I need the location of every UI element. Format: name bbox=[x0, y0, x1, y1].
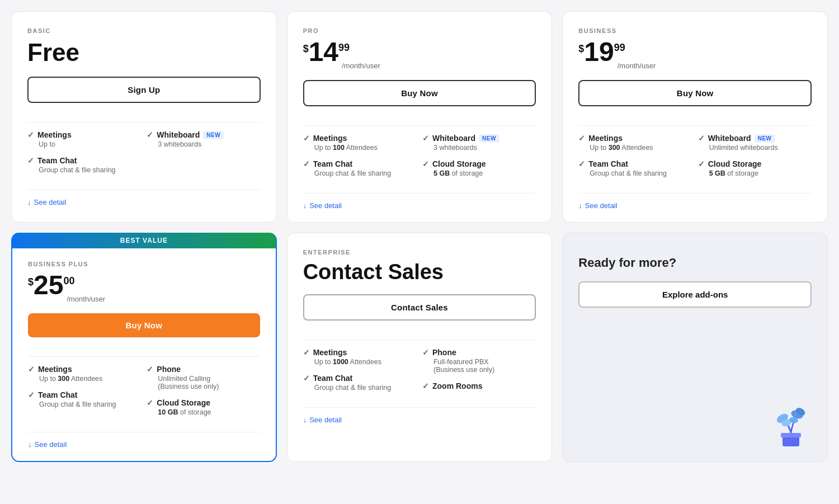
cta-button[interactable]: Contact Sales bbox=[303, 294, 536, 321]
price-per: /month/user bbox=[67, 295, 105, 303]
plan-label: BUSINESS bbox=[578, 27, 812, 34]
arrow-down-icon: ↓ bbox=[578, 201, 582, 210]
addon-cta-button[interactable]: Explore add-ons bbox=[578, 281, 812, 308]
feature-item: ✓ Whiteboard NEW Unlimited whiteboards bbox=[698, 134, 812, 152]
feature-name: Phone bbox=[432, 348, 456, 357]
addon-card: Ready for more? Explore add-ons bbox=[562, 233, 828, 462]
check-icon: ✓ bbox=[303, 159, 310, 168]
features-grid: ✓ Meetings Up to 1000 Attendees ✓ Team C… bbox=[303, 348, 536, 399]
plan-label: BUSINESS PLUS bbox=[28, 261, 260, 267]
new-badge: NEW bbox=[479, 134, 499, 143]
feature-title: ✓ Cloud Storage bbox=[147, 398, 260, 407]
check-icon: ✓ bbox=[147, 365, 153, 374]
feature-item: ✓ Team Chat Group chat & file sharing bbox=[28, 390, 141, 408]
features-col-left: ✓ Meetings Up to 300 Attendees ✓ Team Ch… bbox=[578, 134, 692, 185]
feature-title: ✓ Phone bbox=[147, 365, 260, 374]
feature-item: ✓ Team Chat Group chat & file sharing bbox=[578, 159, 692, 177]
feature-title: ✓ Team Chat bbox=[303, 374, 417, 383]
features-col-left: ✓ Meetings Up to ✓ Team Chat Group chat … bbox=[27, 130, 141, 182]
check-icon: ✓ bbox=[303, 134, 310, 143]
see-detail-label: See detail bbox=[35, 440, 67, 449]
plan-card-pro: PRO $ 14 99 /month/user Buy Now ✓ Meetin… bbox=[287, 11, 553, 223]
feature-name: Team Chat bbox=[313, 374, 353, 383]
feature-name: Team Chat bbox=[588, 159, 628, 168]
feature-desc: Group chat & file sharing bbox=[28, 401, 141, 408]
price-dollar: $ bbox=[303, 43, 309, 55]
feature-item: ✓ Meetings Up to 100 Attendees bbox=[303, 134, 417, 152]
arrow-down-icon: ↓ bbox=[303, 201, 307, 210]
cta-button[interactable]: Buy Now bbox=[303, 80, 536, 106]
price-display: Contact Sales bbox=[303, 260, 536, 284]
feature-name: Team Chat bbox=[38, 390, 78, 399]
pricing-grid: BASIC Free Sign Up ✓ Meetings Up to ✓ Te… bbox=[11, 11, 828, 462]
feature-name: Phone bbox=[157, 365, 181, 374]
feature-desc: Up to 300 Attendees bbox=[28, 375, 141, 383]
cta-button[interactable]: Buy Now bbox=[28, 313, 260, 337]
feature-desc: 5 GB of storage bbox=[422, 169, 536, 177]
plan-label: PRO bbox=[303, 27, 536, 34]
features-grid: ✓ Meetings Up to ✓ Team Chat Group chat … bbox=[27, 130, 261, 182]
check-icon: ✓ bbox=[422, 134, 429, 143]
feature-item: ✓ Phone Unlimited Calling(Business use o… bbox=[147, 365, 260, 390]
see-detail-link[interactable]: ↓ See detail bbox=[303, 201, 536, 210]
plan-card-enterprise: ENTERPRISE Contact Sales Contact Sales ✓… bbox=[287, 233, 553, 462]
check-icon: ✓ bbox=[422, 381, 429, 390]
feature-name: Meetings bbox=[313, 348, 347, 357]
features-col-right: ✓ Phone Unlimited Calling(Business use o… bbox=[147, 365, 260, 424]
see-detail-link[interactable]: ↓ See detail bbox=[28, 440, 260, 449]
best-value-banner: BEST VALUE bbox=[12, 233, 276, 248]
price-cents: 00 bbox=[63, 275, 105, 287]
feature-item: ✓ Cloud Storage 5 GB of storage bbox=[422, 159, 536, 177]
feature-desc: Up to 300 Attendees bbox=[578, 144, 692, 152]
feature-item: ✓ Phone Full-featured PBX(Business use o… bbox=[422, 348, 536, 374]
feature-desc: Group chat & file sharing bbox=[303, 384, 417, 392]
see-detail-label: See detail bbox=[309, 416, 342, 424]
arrow-down-icon: ↓ bbox=[303, 416, 307, 424]
plant-icon bbox=[766, 401, 816, 451]
feature-item: ✓ Whiteboard NEW 3 whiteboards bbox=[147, 130, 260, 148]
features-col-right: ✓ Whiteboard NEW 3 whiteboards ✓ Cloud S… bbox=[422, 134, 536, 185]
feature-item: ✓ Whiteboard NEW 3 whiteboards bbox=[422, 134, 536, 152]
feature-title: ✓ Whiteboard NEW bbox=[422, 134, 536, 143]
features-grid: ✓ Meetings Up to 300 Attendees ✓ Team Ch… bbox=[578, 134, 812, 185]
see-detail-link[interactable]: ↓ See detail bbox=[303, 416, 536, 424]
price-cents: 99 bbox=[338, 42, 380, 54]
features-grid: ✓ Meetings Up to 100 Attendees ✓ Team Ch… bbox=[303, 134, 536, 185]
feature-desc: Up to 1000 Attendees bbox=[303, 358, 417, 366]
feature-desc: 3 whiteboards bbox=[422, 144, 536, 152]
feature-title: ✓ Zoom Rooms bbox=[422, 381, 536, 390]
plan-label: ENTERPRISE bbox=[303, 249, 536, 256]
feature-title: ✓ Meetings bbox=[28, 365, 141, 374]
cta-button[interactable]: Sign Up bbox=[27, 77, 261, 103]
feature-name: Meetings bbox=[588, 134, 623, 143]
plan-card-business: BUSINESS $ 19 99 /month/user Buy Now ✓ M… bbox=[562, 11, 828, 223]
arrow-down-icon: ↓ bbox=[28, 440, 32, 449]
feature-name: Whiteboard bbox=[157, 130, 200, 139]
feature-title: ✓ Team Chat bbox=[28, 390, 141, 399]
feature-title: ✓ Meetings bbox=[578, 134, 692, 143]
feature-title: ✓ Cloud Storage bbox=[698, 159, 812, 168]
feature-item: ✓ Team Chat Group chat & file sharing bbox=[303, 374, 417, 392]
check-icon: ✓ bbox=[27, 156, 34, 165]
see-detail-link[interactable]: ↓ See detail bbox=[27, 198, 261, 206]
addon-title: Ready for more? bbox=[578, 256, 812, 270]
feature-title: ✓ Team Chat bbox=[303, 159, 417, 168]
feature-item: ✓ Meetings Up to 1000 Attendees bbox=[303, 348, 417, 366]
feature-title: ✓ Team Chat bbox=[27, 156, 141, 165]
see-detail-link[interactable]: ↓ See detail bbox=[578, 201, 812, 210]
check-icon: ✓ bbox=[28, 365, 35, 374]
price-row: $ 19 99 /month/user bbox=[578, 39, 812, 70]
feature-item: ✓ Cloud Storage 5 GB of storage bbox=[698, 159, 812, 177]
check-icon: ✓ bbox=[147, 398, 153, 407]
feature-name: Meetings bbox=[38, 365, 72, 374]
price-dollar: $ bbox=[578, 43, 584, 55]
features-col-right: ✓ Phone Full-featured PBX(Business use o… bbox=[422, 348, 536, 399]
feature-name: Cloud Storage bbox=[432, 159, 486, 168]
check-icon: ✓ bbox=[303, 348, 310, 357]
price-main: 25 bbox=[34, 272, 63, 299]
cta-button[interactable]: Buy Now bbox=[578, 80, 812, 106]
feature-item: ✓ Cloud Storage 10 GB of storage bbox=[147, 398, 260, 416]
feature-name: Team Chat bbox=[37, 156, 77, 165]
check-icon: ✓ bbox=[422, 159, 429, 168]
check-icon: ✓ bbox=[147, 130, 153, 139]
